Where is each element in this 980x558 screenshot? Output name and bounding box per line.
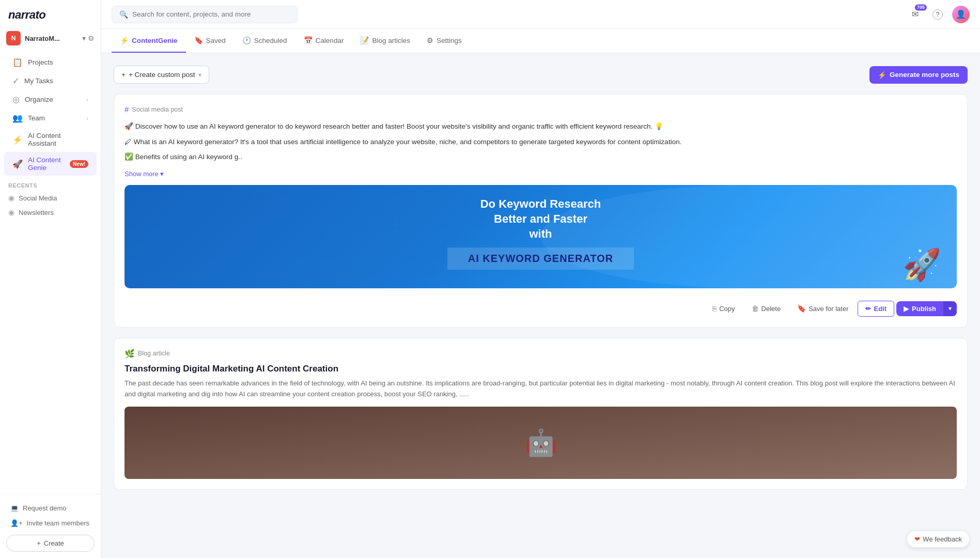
bookmark-icon: 🔖 bbox=[797, 304, 806, 313]
create-custom-post-button[interactable]: + + Create custom post ▾ bbox=[114, 66, 209, 84]
sidebar-nav: 📋 Projects ✓ My Tasks ◎ Organize › 👥 Tea… bbox=[0, 53, 101, 176]
search-box[interactable]: 🔍 bbox=[112, 6, 298, 23]
heart-icon: ❤ bbox=[914, 535, 920, 543]
sidebar-item-my-tasks[interactable]: ✓ My Tasks bbox=[4, 72, 97, 90]
chevron-down-icon[interactable]: ▾ bbox=[82, 34, 86, 42]
tab-label: Blog articles bbox=[372, 37, 410, 44]
wave-decoration bbox=[541, 185, 957, 288]
help-button[interactable]: ? bbox=[929, 6, 946, 23]
workspace-row[interactable]: N NarratoM... ▾ ⚙ bbox=[0, 28, 101, 49]
sidebar-item-ai-content-genie[interactable]: 🚀 AI Content Genie New! bbox=[4, 152, 97, 176]
blog-title: Transforming Digital Marketing AI Conten… bbox=[125, 364, 957, 374]
social-media-post-card: # Social media post 🚀 Discover how to us… bbox=[114, 94, 968, 328]
feedback-button[interactable]: ❤ We feedback bbox=[907, 531, 970, 548]
delete-label: Delete bbox=[761, 305, 781, 313]
recents-list: ◉ Social Media ◉ Newsletters bbox=[0, 191, 101, 220]
logo-area: narrato bbox=[0, 0, 101, 28]
chevron-down-icon: ▾ bbox=[198, 71, 201, 79]
show-more-button[interactable]: Show more ▾ bbox=[125, 170, 957, 178]
newsletters-icon: ◉ bbox=[8, 208, 14, 216]
tab-blog-articles[interactable]: 📝 Blog articles bbox=[352, 29, 418, 53]
tab-calendar[interactable]: 📅 Calendar bbox=[295, 29, 352, 53]
tab-content-genie[interactable]: ⚡ ContentGenie bbox=[112, 29, 186, 53]
tab-label: Calendar bbox=[316, 37, 344, 44]
lightning-icon: ⚡ bbox=[12, 135, 23, 145]
delete-button[interactable]: 🗑 Delete bbox=[744, 301, 788, 316]
tab-label: Scheduled bbox=[254, 37, 287, 44]
tabs-bar: ⚡ ContentGenie 🔖 Saved 🕐 Scheduled 📅 Cal… bbox=[101, 29, 980, 53]
play-icon: ▶ bbox=[904, 305, 909, 313]
copy-label: Copy bbox=[719, 305, 735, 313]
bookmark-tab-icon: 🔖 bbox=[194, 36, 203, 44]
publish-dropdown-button[interactable]: ▾ bbox=[943, 301, 957, 316]
recent-newsletters[interactable]: ◉ Newsletters bbox=[0, 205, 101, 220]
user-avatar[interactable]: 👤 bbox=[952, 6, 970, 23]
create-button[interactable]: + Create bbox=[6, 535, 95, 552]
tab-label: Saved bbox=[206, 37, 226, 44]
calendar-tab-icon: 📅 bbox=[304, 36, 313, 44]
trash-icon: 🗑 bbox=[752, 304, 759, 313]
plus-icon: + bbox=[121, 71, 126, 79]
request-demo-label: Request demo bbox=[23, 504, 67, 512]
invite-icon: 👤+ bbox=[10, 519, 23, 527]
recent-item-label: Social Media bbox=[19, 194, 57, 202]
topbar-right: ✉ 705 ? 👤 bbox=[907, 6, 970, 23]
recent-social-media[interactable]: ◉ Social Media bbox=[0, 191, 101, 205]
blog-image: 🤖 bbox=[125, 407, 957, 479]
content-area: + + Create custom post ▾ ⚡ Generate more… bbox=[101, 53, 980, 558]
sidebar-item-label: Projects bbox=[28, 58, 53, 66]
publish-button[interactable]: ▶ Publish bbox=[896, 301, 943, 316]
recents-label: Recents bbox=[0, 176, 101, 191]
generate-more-posts-button[interactable]: ⚡ Generate more posts bbox=[869, 66, 968, 84]
invite-team-button[interactable]: 👤+ Invite team members bbox=[6, 516, 95, 531]
tab-scheduled[interactable]: 🕐 Scheduled bbox=[234, 29, 295, 53]
lightning-tab-icon: ⚡ bbox=[120, 36, 129, 44]
chevron-right-icon: › bbox=[86, 97, 88, 103]
create-label: Create bbox=[44, 539, 64, 547]
create-custom-label: + Create custom post bbox=[129, 71, 195, 79]
tab-settings[interactable]: ⚙ Settings bbox=[418, 29, 470, 53]
post-image-banner: AI KEYWORD GENERATOR bbox=[447, 247, 634, 270]
workspace-name: NarratoM... bbox=[25, 35, 78, 42]
invite-team-label: Invite team members bbox=[27, 519, 89, 527]
sidebar-item-ai-content-assistant[interactable]: ⚡ AI Content Assistant bbox=[4, 128, 97, 151]
search-input[interactable] bbox=[132, 10, 290, 18]
publish-button-group: ▶ Publish ▾ bbox=[896, 301, 957, 316]
blog-tab-icon: 📝 bbox=[360, 36, 369, 44]
content-actions: + + Create custom post ▾ ⚡ Generate more… bbox=[114, 66, 968, 84]
main-area: 🔍 ✉ 705 ? 👤 ⚡ ContentGenie 🔖 Saved � bbox=[101, 0, 980, 558]
blog-type-icon: 🌿 bbox=[125, 349, 135, 359]
projects-icon: 📋 bbox=[12, 57, 23, 67]
topbar: 🔍 ✉ 705 ? 👤 bbox=[101, 0, 980, 29]
edit-icon: ✏ bbox=[865, 305, 871, 313]
gear-icon[interactable]: ⚙ bbox=[88, 34, 95, 42]
workspace-avatar: N bbox=[6, 31, 21, 45]
settings-tab-icon: ⚙ bbox=[427, 36, 433, 44]
robot-image-icon: 🤖 bbox=[525, 428, 557, 458]
tab-saved[interactable]: 🔖 Saved bbox=[186, 29, 234, 53]
blog-article-card: 🌿 Blog article Transforming Digital Mark… bbox=[114, 338, 968, 490]
team-icon: 👥 bbox=[12, 113, 23, 123]
hashtag-icon: # bbox=[125, 105, 129, 114]
mail-button[interactable]: ✉ 705 bbox=[907, 6, 923, 23]
save-for-later-label: Save for later bbox=[808, 305, 848, 313]
post-type-label: # Social media post bbox=[125, 105, 957, 114]
post-content: 🚀 Discover how to use an AI keyword gene… bbox=[125, 121, 957, 163]
search-icon: 🔍 bbox=[119, 10, 128, 19]
mail-icon: ✉ bbox=[912, 9, 919, 19]
sidebar-item-organize[interactable]: ◎ Organize › bbox=[4, 90, 97, 109]
save-for-later-button[interactable]: 🔖 Save for later bbox=[790, 301, 855, 316]
copy-button[interactable]: ⎘ Copy bbox=[705, 301, 742, 316]
request-demo-button[interactable]: 💻 Request demo bbox=[6, 501, 95, 516]
post-image-top-text: Do Keyword Research Better and Faster wi… bbox=[480, 197, 601, 241]
new-badge: New! bbox=[70, 160, 88, 168]
edit-button[interactable]: ✏ Edit bbox=[858, 301, 894, 317]
sidebar-item-label: Organize bbox=[25, 96, 53, 103]
post-paragraph-2: 🖊 What is an AI keyword generator? It's … bbox=[125, 136, 957, 148]
post-image: Do Keyword Research Better and Faster wi… bbox=[125, 185, 957, 288]
blog-type-text: Blog article bbox=[138, 350, 170, 357]
sidebar: narrato N NarratoM... ▾ ⚙ 📋 Projects ✓ M… bbox=[0, 0, 101, 558]
publish-label: Publish bbox=[912, 305, 936, 313]
sidebar-item-team[interactable]: 👥 Team › bbox=[4, 109, 97, 127]
sidebar-item-projects[interactable]: 📋 Projects bbox=[4, 53, 97, 71]
